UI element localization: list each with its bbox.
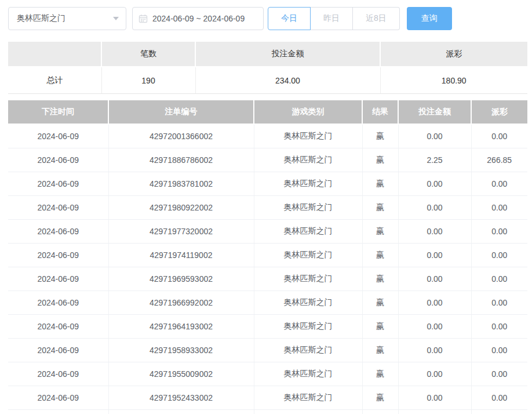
payout-cell: 266.85 bbox=[471, 148, 527, 172]
result-cell: 赢 bbox=[362, 386, 398, 410]
record-row: 2024-06-09 42971958933002 奥林匹斯之门 赢 0.00 … bbox=[8, 339, 527, 362]
payout-cell: 0.00 bbox=[471, 196, 527, 220]
record-row: 2024-06-09 42971974119002 奥林匹斯之门 赢 0.00 … bbox=[8, 244, 527, 267]
bet-id-cell: 42971969593002 bbox=[108, 267, 254, 291]
records-header-game-type: 游戏类别 bbox=[254, 100, 362, 124]
bet-time-cell: 2024-06-09 bbox=[8, 267, 108, 291]
payout-cell: 0.00 bbox=[471, 124, 527, 148]
bet-id-cell: 42971964193002 bbox=[108, 315, 254, 339]
record-row: 2024-06-09 42971955009002 奥林匹斯之门 赢 0.00 … bbox=[8, 362, 527, 386]
game-type-cell: 奥林匹斯之门 bbox=[254, 410, 362, 414]
payout-cell: 0.00 bbox=[471, 291, 527, 315]
summary-total-row: 总计 190 234.00 180.90 bbox=[8, 67, 527, 94]
summary-header-bet-amount: 投注金额 bbox=[195, 42, 380, 67]
record-row: 2024-06-09 42971983781002 奥林匹斯之门 赢 0.00 … bbox=[8, 172, 527, 196]
bet-time-cell: 2024-06-09 bbox=[8, 362, 108, 386]
quick-filter-yesterday-button[interactable]: 昨日 bbox=[311, 7, 353, 30]
payout-cell: 0.00 bbox=[471, 315, 527, 339]
result-cell: 赢 bbox=[362, 148, 398, 172]
result-cell: 赢 bbox=[362, 196, 398, 220]
records-header-bet-time: 下注时间 bbox=[8, 100, 108, 124]
result-cell: 赢 bbox=[362, 220, 398, 244]
record-row: 2024-06-09 42971980922002 奥林匹斯之门 赢 0.00 … bbox=[8, 196, 527, 220]
bet-amount-cell: 0.00 bbox=[398, 124, 471, 148]
game-type-cell: 奥林匹斯之门 bbox=[254, 339, 362, 362]
game-select-value: 奥林匹斯之门 bbox=[17, 13, 65, 24]
records-body: 2024-06-09 42972001366002 奥林匹斯之门 赢 0.00 … bbox=[8, 124, 527, 414]
records-header-row: 下注时间 注单编号 游戏类别 结果 投注金额 派彩 bbox=[8, 100, 527, 124]
game-type-cell: 奥林匹斯之门 bbox=[254, 172, 362, 196]
record-row: 2024-06-09 42971966992002 奥林匹斯之门 赢 0.00 … bbox=[8, 291, 527, 315]
bet-amount-cell: 0.00 bbox=[398, 291, 471, 315]
bet-time-cell: 2024-06-09 bbox=[8, 148, 108, 172]
payout-cell: 0.00 bbox=[471, 410, 527, 414]
bet-time-cell: 2024-06-09 bbox=[8, 386, 108, 410]
payout-cell: 0.00 bbox=[471, 339, 527, 362]
payout-cell: 0.00 bbox=[471, 362, 527, 386]
summary-header-payout: 派彩 bbox=[380, 42, 527, 67]
game-type-cell: 奥林匹斯之门 bbox=[254, 220, 362, 244]
payout-cell: 0.00 bbox=[471, 172, 527, 196]
record-row: 2024-06-09 42971977320002 奥林匹斯之门 赢 0.00 … bbox=[8, 220, 527, 244]
calendar-icon bbox=[139, 14, 148, 23]
game-type-cell: 奥林匹斯之门 bbox=[254, 362, 362, 386]
bet-amount-cell: 0.00 bbox=[398, 172, 471, 196]
game-select[interactable]: 奥林匹斯之门 bbox=[8, 7, 126, 30]
summary-header-blank bbox=[8, 42, 101, 67]
bet-id-cell: 42971958933002 bbox=[108, 339, 254, 362]
result-cell: 赢 bbox=[362, 291, 398, 315]
query-button[interactable]: 查询 bbox=[407, 7, 452, 30]
payout-cell: 0.00 bbox=[471, 220, 527, 244]
game-type-cell: 奥林匹斯之门 bbox=[254, 291, 362, 315]
game-type-cell: 奥林匹斯之门 bbox=[254, 267, 362, 291]
bet-time-cell: 2024-06-09 bbox=[8, 220, 108, 244]
bet-id-cell: 42971886786002 bbox=[108, 148, 254, 172]
caret-down-icon bbox=[113, 17, 119, 20]
bet-amount-cell: 0.00 bbox=[398, 315, 471, 339]
bet-time-cell: 2024-06-09 bbox=[8, 315, 108, 339]
bet-amount-cell: 0.00 bbox=[398, 386, 471, 410]
date-range-value: 2024-06-09 ~ 2024-06-09 bbox=[152, 14, 245, 23]
bet-id-cell: 42971952433002 bbox=[108, 386, 254, 410]
record-row: 2024-06-09 42971949805002 奥林匹斯之门 赢 0.00 … bbox=[8, 410, 527, 414]
summary-header-count: 笔数 bbox=[101, 42, 195, 67]
game-type-cell: 奥林匹斯之门 bbox=[254, 244, 362, 267]
date-range-input[interactable]: 2024-06-09 ~ 2024-06-09 bbox=[132, 7, 264, 30]
quick-filter-today-button[interactable]: 今日 bbox=[268, 7, 311, 30]
bet-amount-cell: 0.00 bbox=[398, 362, 471, 386]
summary-header-row: 笔数 投注金额 派彩 bbox=[8, 42, 527, 67]
result-cell: 赢 bbox=[362, 267, 398, 291]
bet-id-cell: 42971955009002 bbox=[108, 362, 254, 386]
record-row: 2024-06-09 42971886786002 奥林匹斯之门 赢 2.25 … bbox=[8, 148, 527, 172]
record-row: 2024-06-09 42972001366002 奥林匹斯之门 赢 0.00 … bbox=[8, 124, 527, 148]
summary-total-count: 190 bbox=[101, 67, 195, 94]
bet-amount-cell: 0.00 bbox=[398, 220, 471, 244]
bet-time-cell: 2024-06-09 bbox=[8, 244, 108, 267]
game-type-cell: 奥林匹斯之门 bbox=[254, 124, 362, 148]
bet-amount-cell: 0.00 bbox=[398, 267, 471, 291]
record-row: 2024-06-09 42971952433002 奥林匹斯之门 赢 0.00 … bbox=[8, 386, 527, 410]
result-cell: 赢 bbox=[362, 339, 398, 362]
summary-total-label: 总计 bbox=[8, 67, 101, 94]
bet-time-cell: 2024-06-09 bbox=[8, 196, 108, 220]
bet-id-cell: 42971980922002 bbox=[108, 196, 254, 220]
bet-time-cell: 2024-06-09 bbox=[8, 291, 108, 315]
bet-time-cell: 2024-06-09 bbox=[8, 339, 108, 362]
records-header-payout: 派彩 bbox=[471, 100, 527, 124]
bet-time-cell: 2024-06-09 bbox=[8, 124, 108, 148]
bet-time-cell: 2024-06-09 bbox=[8, 172, 108, 196]
result-cell: 赢 bbox=[362, 244, 398, 267]
bet-id-cell: 42972001366002 bbox=[108, 124, 254, 148]
result-cell: 赢 bbox=[362, 124, 398, 148]
bet-id-cell: 42971983781002 bbox=[108, 172, 254, 196]
payout-cell: 0.00 bbox=[471, 386, 527, 410]
result-cell: 赢 bbox=[362, 410, 398, 414]
bet-amount-cell: 0.00 bbox=[398, 196, 471, 220]
bet-id-cell: 42971949805002 bbox=[108, 410, 254, 414]
game-type-cell: 奥林匹斯之门 bbox=[254, 148, 362, 172]
result-cell: 赢 bbox=[362, 362, 398, 386]
bet-id-cell: 42971977320002 bbox=[108, 220, 254, 244]
records-header-bet-amount: 投注金额 bbox=[398, 100, 471, 124]
game-type-cell: 奥林匹斯之门 bbox=[254, 315, 362, 339]
quick-filter-last8days-button[interactable]: 近8日 bbox=[353, 7, 400, 30]
